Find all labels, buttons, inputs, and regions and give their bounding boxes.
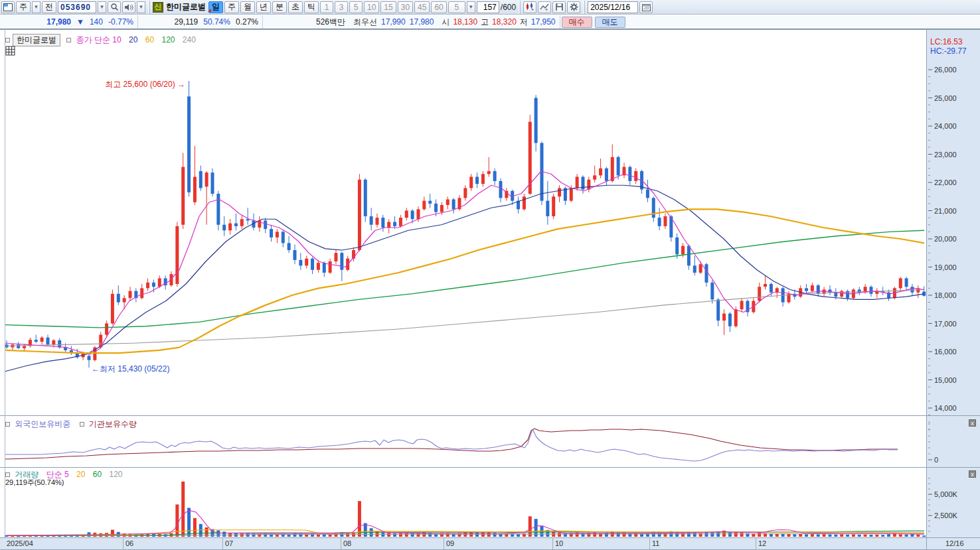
svg-text:2025/04: 2025/04 — [7, 539, 33, 547]
svg-text:09: 09 — [446, 539, 454, 547]
sub-panel-close-icon[interactable]: x — [969, 419, 976, 427]
symbol-legend-checkbox[interactable] — [5, 38, 10, 42]
volume-panel-close-icon[interactable]: x — [969, 470, 976, 478]
date-input[interactable]: 2025/12/16 — [588, 1, 638, 13]
minute-select-arrow[interactable]: ▼ — [467, 1, 475, 13]
high-annotation: 최고 25,600 (06/20) → — [105, 80, 185, 89]
turnover-ratio: 50.74% — [203, 17, 230, 27]
low-label: 저 — [520, 17, 528, 28]
stock-code-input[interactable]: 053690 — [58, 1, 96, 13]
ohl-segment: 시 18,130 고 18,320 저 17,950 — [438, 15, 560, 29]
best-quote-label: 최우선 — [353, 17, 377, 28]
open-label: 시 — [442, 17, 449, 28]
candle-tool-icon[interactable]: + — [523, 1, 536, 13]
svg-text:2,500K: 2,500K — [934, 512, 958, 519]
speaker-icon[interactable] — [122, 1, 135, 13]
window-icon[interactable] — [1, 1, 15, 13]
best-ask: 17,990 — [381, 17, 406, 27]
value-segment: 526백만 — [263, 15, 349, 29]
code-dropdown-arrow[interactable]: ▼ — [98, 1, 106, 13]
open-price: 18,130 — [453, 17, 477, 27]
high-price: 18,320 — [492, 17, 517, 27]
chart-canvas[interactable]: 2025/040607080910111212/1626,00025,00024… — [0, 29, 980, 550]
settings-gear-icon[interactable] — [567, 1, 580, 13]
svg-text:07: 07 — [225, 539, 233, 547]
bar-count-total: /600 — [501, 3, 516, 12]
svg-text:18,000: 18,000 — [934, 291, 957, 299]
mode-select[interactable]: 주 — [16, 1, 31, 13]
price-info-bar: 17,980 ▼ 140 -0.77% 29,119 50.74% 0.27% … — [0, 15, 980, 29]
tab-monthly[interactable]: 월 — [240, 1, 255, 13]
quote-segment: 최우선 17,990 17,980 — [349, 15, 438, 29]
low-price: 17,950 — [531, 17, 556, 27]
calendar-icon[interactable] — [639, 1, 653, 13]
toolbar-separator — [519, 1, 521, 14]
chart-area[interactable]: 2025/040607080910111212/1626,00025,00024… — [0, 29, 980, 550]
toolbar-separator — [148, 1, 150, 14]
minute-45[interactable]: 45 — [414, 1, 430, 13]
price-segment: 17,980 ▼ 140 -0.77% — [0, 15, 138, 29]
svg-text:06: 06 — [125, 539, 133, 547]
stock-name: 한미글로벌 — [165, 1, 207, 13]
svg-text:12/16: 12/16 — [945, 539, 964, 547]
change-arrow-icon: ▼ — [76, 17, 84, 27]
change-value: 140 — [90, 17, 103, 27]
sell-button[interactable]: 매도 — [595, 17, 625, 28]
svg-text:21,000: 21,000 — [934, 207, 957, 215]
svg-text:24,000: 24,000 — [934, 122, 957, 130]
trendline-tool-icon[interactable]: + — [538, 1, 551, 13]
svg-text:25,000: 25,000 — [934, 94, 957, 102]
tab-minute[interactable]: 분 — [272, 1, 287, 13]
bar-count-input[interactable]: 157 — [477, 1, 499, 13]
svg-text:20,000: 20,000 — [934, 235, 957, 243]
institution-legend-checkbox[interactable] — [80, 422, 84, 427]
svg-text:15,000: 15,000 — [934, 376, 957, 384]
prev-button[interactable]: 전 — [42, 1, 56, 13]
minute-custom-select[interactable]: 5 — [448, 1, 465, 13]
minute-60[interactable]: 60 — [431, 1, 446, 13]
buy-button[interactable]: 매수 — [562, 17, 592, 28]
high-label: 고 — [481, 17, 489, 28]
search-icon[interactable] — [108, 1, 121, 13]
volume-segment: 29,119 50.74% 0.27% — [138, 15, 263, 29]
minute-3[interactable]: 3 — [335, 1, 348, 13]
svg-text:14,000: 14,000 — [934, 404, 957, 412]
svg-text:08: 08 — [343, 539, 351, 547]
minute-30[interactable]: 30 — [398, 1, 413, 13]
tab-yearly[interactable]: 년 — [256, 1, 271, 13]
best-bid: 17,980 — [410, 17, 434, 27]
svg-text:19,000: 19,000 — [934, 263, 957, 271]
minute-5[interactable]: 5 — [349, 1, 363, 13]
low-annotation: ←최저 15,430 (05/22) — [92, 364, 169, 374]
svg-text:11: 11 — [652, 539, 659, 547]
svg-text:12: 12 — [758, 539, 766, 547]
credit-badge: 신 — [153, 2, 163, 13]
speaker-dropdown-arrow[interactable]: ▼ — [137, 1, 145, 13]
minute-10[interactable]: 10 — [364, 1, 379, 13]
svg-text:16,000: 16,000 — [934, 348, 957, 356]
change-percent: -0.77% — [108, 17, 133, 27]
volume-legend-checkbox[interactable] — [5, 472, 10, 477]
volume-ratio: 0.27% — [236, 17, 258, 27]
svg-text:10: 10 — [555, 539, 563, 547]
svg-text:0: 0 — [934, 456, 938, 464]
chart-toolbar: 주 ▼ 전 053690 ▼ ▼ 신 한미글로벌 일 주 월 년 분 초 틱 1… — [0, 0, 980, 15]
svg-text:17,000: 17,000 — [934, 320, 957, 328]
minute-1[interactable]: 1 — [320, 1, 333, 13]
tab-tick[interactable]: 틱 — [304, 1, 319, 13]
svg-text:23,000: 23,000 — [934, 151, 957, 159]
tab-second[interactable]: 초 — [288, 1, 303, 13]
foreign-legend-checkbox[interactable] — [5, 422, 10, 427]
svg-text:26,000: 26,000 — [934, 66, 957, 74]
tab-weekly[interactable]: 주 — [224, 1, 239, 13]
trade-value: 526백만 — [316, 17, 345, 28]
trading-app-window: 주 ▼ 전 053690 ▼ ▼ 신 한미글로벌 일 주 월 년 분 초 틱 1… — [0, 0, 980, 550]
save-icon[interactable] — [552, 1, 566, 13]
toolbar-separator — [583, 1, 585, 14]
svg-text:+: + — [545, 7, 548, 11]
svg-text:5,000K: 5,000K — [934, 490, 958, 498]
mode-select-arrow[interactable]: ▼ — [32, 1, 41, 13]
ma-legend-checkbox[interactable] — [66, 38, 71, 42]
name-corner-mark — [208, 9, 211, 12]
minute-15[interactable]: 15 — [380, 1, 396, 13]
